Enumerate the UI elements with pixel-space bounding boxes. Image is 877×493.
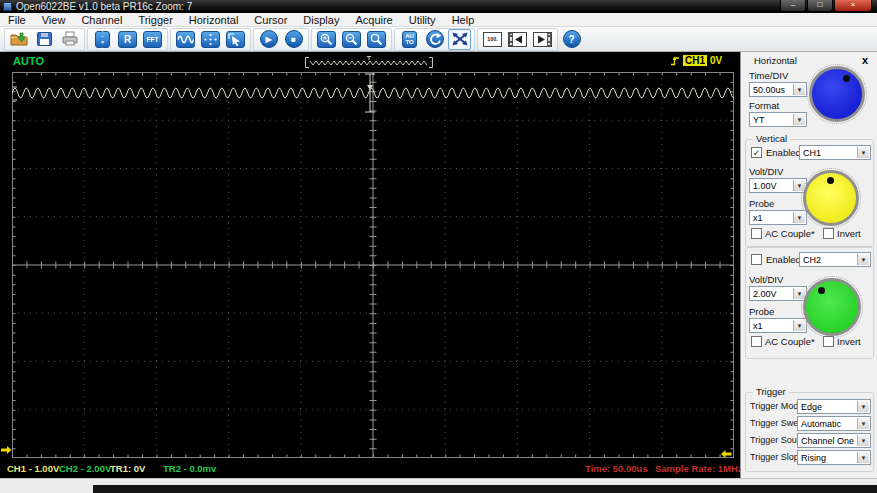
ch2-invert-checkbox[interactable] [823, 336, 834, 347]
zoom-out-icon [342, 31, 361, 48]
cursor-select-icon [226, 31, 245, 48]
dropdown-arrow-icon[interactable]: ▼ [857, 254, 869, 265]
ch1-ac-couple-checkbox[interactable] [751, 228, 762, 239]
dot-grid-icon [201, 31, 220, 48]
menu-channel[interactable]: Channel [73, 13, 130, 27]
right-edge-marker[interactable] [721, 450, 732, 458]
dropdown-arrow-icon[interactable]: ▼ [857, 435, 869, 446]
menu-horizontal[interactable]: Horizontal [181, 13, 247, 27]
screen-100-icon: 100. [483, 32, 502, 47]
ch2-volt-div-select[interactable]: 2.00V ▼ [749, 286, 807, 301]
menu-utility[interactable]: Utility [401, 13, 444, 27]
ch1-position-knob[interactable] [803, 170, 859, 226]
frame-back-icon [508, 32, 527, 47]
minimize-icon: – [791, 0, 795, 9]
window-title: Open6022BE v1.0 beta PR16c Zoom: 7 [16, 0, 192, 13]
maximize-button[interactable]: □ [807, 0, 833, 12]
dropdown-arrow-icon[interactable]: ▼ [857, 401, 869, 412]
run-button[interactable]: ▶ [257, 29, 280, 50]
print-button[interactable] [58, 29, 81, 50]
screen-capture-button[interactable]: 100. [481, 29, 504, 50]
control-panel: Horizontal x Time/DIV 50.00us ▼ Format Y… [740, 52, 877, 478]
ch2-channel-select[interactable]: CH2 ▼ [799, 252, 871, 267]
panel-close-button[interactable]: x [862, 54, 868, 66]
dropdown-arrow-icon[interactable]: ▼ [857, 147, 869, 158]
menu-view[interactable]: View [34, 13, 74, 27]
ch2-enabled-checkbox[interactable] [751, 254, 762, 265]
frame-forward-button[interactable] [531, 29, 554, 50]
zoom-out-button[interactable] [340, 29, 363, 50]
status-bar: CH1 - 1.00V CH2 - 2.00V TR1: 0V TR2 - 0.… [0, 460, 740, 478]
cursor-button[interactable] [224, 29, 247, 50]
horizontal-knob[interactable] [809, 66, 865, 122]
trigger-sweep-select[interactable]: Automatic ▼ [797, 416, 871, 431]
autoset-button[interactable]: AU TO [398, 29, 421, 50]
frame-forward-icon [533, 32, 552, 47]
dropdown-arrow-icon[interactable]: ▼ [793, 114, 805, 125]
stop-icon: ■ [285, 30, 303, 48]
acquisition-mode-label: AUTO [13, 55, 44, 67]
fft-button[interactable]: FFT [141, 29, 164, 50]
sine-wave-icon [176, 31, 195, 48]
ch1-enabled-checkbox[interactable]: ✓ [751, 147, 762, 158]
math-button[interactable]: + - × ÷ [91, 29, 114, 50]
refresh-button[interactable] [423, 29, 446, 50]
dropdown-arrow-icon[interactable]: ▼ [793, 212, 805, 223]
ch2-scale-readout: CH2 - 2.00V [59, 460, 111, 478]
zoom-in-button[interactable] [315, 29, 338, 50]
zoom-window-button[interactable] [365, 29, 388, 50]
menu-display[interactable]: Display [295, 13, 347, 27]
trigger2-level-readout: TR2 - 0.0mv [163, 460, 216, 478]
dropdown-arrow-icon[interactable]: ▼ [857, 452, 869, 463]
knob-indicator-dot [843, 75, 850, 82]
menu-cursor[interactable]: Cursor [246, 13, 295, 27]
frame-back-button[interactable] [506, 29, 529, 50]
save-button[interactable] [33, 29, 56, 50]
time-div-label: Time/DIV [749, 70, 788, 81]
menu-acquire[interactable]: Acquire [347, 13, 400, 27]
close-button[interactable]: × [834, 0, 872, 12]
ch2-ac-couple-checkbox[interactable] [751, 336, 762, 347]
menu-file[interactable]: File [0, 13, 34, 27]
menu-help[interactable]: Help [444, 13, 483, 27]
open-button[interactable] [8, 29, 31, 50]
format-label: Format [749, 100, 779, 111]
toolbar-group-run: ▶ ■ [253, 28, 309, 51]
trigger-source-select[interactable]: Channel One ▼ [797, 433, 871, 448]
reference-button[interactable]: R [116, 29, 139, 50]
trigger-mode-select[interactable]: Edge ▼ [797, 399, 871, 414]
trigger-slope-select[interactable]: Rising ▼ [797, 450, 871, 465]
format-select[interactable]: YT ▼ [749, 112, 807, 127]
left-edge-marker[interactable] [1, 446, 12, 454]
minimize-button[interactable]: – [780, 0, 806, 12]
zoom-window-icon [367, 31, 386, 48]
refresh-icon [426, 30, 444, 48]
ch1-volt-div-select[interactable]: 1.00V ▼ [749, 178, 807, 193]
time-div-select[interactable]: 50.00us ▼ [749, 82, 807, 97]
dropdown-arrow-icon[interactable]: ▼ [857, 418, 869, 429]
menu-trigger[interactable]: Trigger [130, 13, 180, 27]
record-preview-strip[interactable] [303, 56, 435, 69]
ch1-probe-select[interactable]: x1 ▼ [749, 210, 807, 225]
dot-display-button[interactable] [199, 29, 222, 50]
rising-edge-icon [670, 55, 680, 66]
trigger-readout: CH1 0V [670, 55, 722, 66]
fullscreen-button[interactable] [448, 29, 471, 50]
dropdown-arrow-icon[interactable]: ▼ [793, 288, 805, 299]
ch1-channel-select[interactable]: CH1 ▼ [799, 145, 871, 160]
toolbar-group-display [170, 28, 251, 51]
dropdown-arrow-icon[interactable]: ▼ [793, 84, 805, 95]
ch1-invert-checkbox[interactable] [823, 228, 834, 239]
ch2-probe-select[interactable]: x1 ▼ [749, 318, 807, 333]
title-bar[interactable]: Open6022BE v1.0 beta PR16c Zoom: 7 – □ × [0, 0, 877, 13]
ch1-ac-couple-label: AC Couple* [765, 228, 815, 239]
waveform-button[interactable] [174, 29, 197, 50]
help-button[interactable]: ? [560, 29, 583, 50]
ch2-volt-div-label: Volt/DIV [749, 274, 783, 285]
autoset-icon: AU TO [402, 31, 417, 48]
ch2-enabled-label: Enabled [766, 254, 801, 265]
ch2-probe-label: Probe [749, 306, 774, 317]
dropdown-arrow-icon[interactable]: ▼ [793, 320, 805, 331]
stop-button[interactable]: ■ [282, 29, 305, 50]
ch2-position-knob[interactable] [803, 278, 861, 336]
